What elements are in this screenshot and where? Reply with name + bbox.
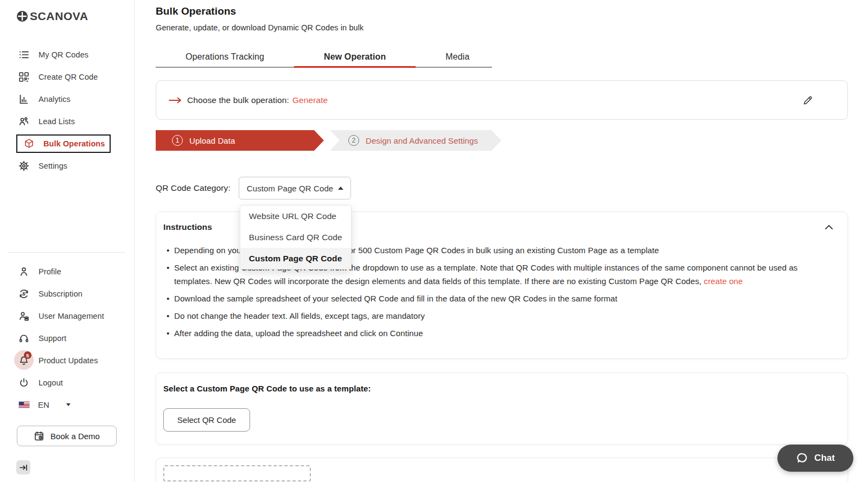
create-one-link[interactable]: create one	[704, 277, 743, 286]
language-label: EN	[38, 400, 49, 409]
template-select-label: Select a Custom Page QR Code to use as a…	[163, 384, 833, 393]
sidebar-item-create-qr-code[interactable]: Create QR Code	[0, 66, 134, 88]
step-design-advanced-settings[interactable]: 2 Design and Advanced Settings	[330, 130, 501, 151]
sidebar-item-label: Create QR Code	[39, 73, 98, 81]
operation-value-link[interactable]: Generate	[292, 95, 328, 105]
instruction-item: Do not change the header text. All field…	[174, 309, 833, 323]
calendar-clock-icon	[34, 430, 44, 441]
qr-category-row: QR Code Category: Custom Page QR Code We…	[156, 177, 848, 200]
sidebar-item-profile[interactable]: Profile	[0, 260, 134, 282]
collapse-chevron-up-icon[interactable]	[825, 224, 833, 230]
secondary-nav: Profile $ Subscription User Management S…	[0, 260, 134, 416]
sidebar-item-label: Profile	[39, 267, 61, 276]
bulk-operation-summary: Choose the bulk operation: Generate	[156, 80, 848, 120]
menu-item-custom-page[interactable]: Custom Page QR Code	[240, 248, 351, 269]
stepper: 1 Upload Data 2 Design and Advanced Sett…	[156, 130, 848, 151]
headset-icon	[18, 333, 29, 344]
people-icon	[18, 116, 29, 127]
sidebar-item-settings[interactable]: Settings	[0, 155, 134, 177]
chat-button[interactable]: Chat	[777, 445, 853, 472]
sidebar-item-label: Logout	[39, 378, 63, 387]
tab-new-operation[interactable]: New Operation	[294, 47, 416, 67]
sidebar-item-label: My QR Codes	[39, 50, 88, 59]
template-select-panel: Select a Custom Page QR Code to use as a…	[156, 372, 848, 445]
instructions-title: Instructions	[163, 222, 212, 232]
person-badge-icon	[18, 311, 29, 322]
sidebar-item-my-qr-codes[interactable]: My QR Codes	[0, 43, 134, 66]
chat-label: Chat	[814, 453, 835, 464]
sidebar-item-support[interactable]: Support	[0, 327, 134, 349]
sidebar-item-label: Lead Lists	[39, 117, 75, 126]
chevron-up-icon	[338, 187, 343, 190]
step-label: Design and Advanced Settings	[366, 136, 478, 145]
qr-category-select[interactable]: Custom Page QR Code	[239, 177, 351, 200]
step-number: 1	[172, 135, 183, 146]
tab-operations-tracking[interactable]: Operations Tracking	[156, 47, 294, 67]
sidebar-item-label: Product Updates	[39, 356, 98, 365]
power-icon	[18, 377, 29, 388]
page-title: Bulk Operations	[156, 5, 848, 17]
sidebar-item-label: Analytics	[39, 95, 71, 104]
qr-category-selected-value: Custom Page QR Code	[247, 184, 333, 193]
book-a-demo-label: Book a Demo	[50, 432, 100, 441]
step-label: Upload Data	[189, 136, 235, 145]
step-number: 2	[348, 135, 359, 146]
red-arrow-icon	[168, 96, 183, 105]
scanova-globe-icon	[16, 10, 28, 22]
chat-bubble-icon	[796, 452, 809, 465]
svg-text:$: $	[22, 291, 25, 297]
sidebar-item-bulk-operations[interactable]: Bulk Operations	[16, 134, 111, 153]
dollar-refresh-icon: $	[18, 288, 29, 299]
sidebar-item-label: Bulk Operations	[43, 139, 105, 148]
qr-category-dropdown-menu: Website URL QR Code Business Card QR Cod…	[240, 205, 352, 269]
instruction-item: Download the sample spreadsheet of your …	[174, 292, 833, 305]
updates-count-badge: 5	[24, 351, 31, 359]
sidebar-item-logout[interactable]: Logout	[0, 371, 134, 394]
page-subtitle: Generate, update, or download Dynamic QR…	[156, 23, 848, 32]
bar-chart-icon	[18, 94, 29, 105]
sidebar-divider	[9, 252, 125, 253]
qr-grid-icon	[18, 72, 29, 82]
sidebar-item-label: Settings	[39, 162, 67, 170]
sidebar-item-lead-lists[interactable]: Lead Lists	[0, 110, 134, 132]
book-a-demo-button[interactable]: Book a Demo	[17, 426, 117, 446]
logo[interactable]: SCANOVA	[0, 10, 134, 23]
step-upload-data[interactable]: 1 Upload Data	[156, 130, 324, 151]
sidebar-item-label: Subscription	[39, 290, 82, 298]
gear-icon	[18, 160, 29, 171]
sidebar-collapse-button[interactable]	[16, 460, 30, 474]
arrow-to-right-icon	[19, 463, 28, 472]
qr-category-select-wrap: Custom Page QR Code Website URL QR Code …	[239, 177, 351, 200]
chevron-down-icon	[66, 403, 71, 406]
sidebar-item-analytics[interactable]: Analytics	[0, 88, 134, 110]
sidebar-spacer	[0, 177, 134, 245]
logo-text: SCANOVA	[30, 10, 88, 23]
cube-icon	[24, 138, 34, 149]
main-content: Bulk Operations Generate, update, or dow…	[135, 0, 868, 482]
primary-nav: My QR Codes Create QR Code Analytics Lea…	[0, 43, 134, 177]
tab-media[interactable]: Media	[416, 47, 499, 67]
menu-item-website-url[interactable]: Website URL QR Code	[240, 205, 351, 227]
sidebar-item-product-updates[interactable]: 5 Product Updates	[0, 349, 134, 371]
select-qr-code-button[interactable]: Select QR Code	[163, 408, 250, 432]
sidebar-item-label: User Management	[39, 312, 104, 320]
instruction-item: After adding the data, upload the spread…	[174, 326, 833, 340]
list-icon	[18, 49, 29, 60]
operation-label: Choose the bulk operation:	[187, 95, 289, 105]
tab-bar: Operations Tracking New Operation Media	[156, 47, 492, 68]
sidebar-item-subscription[interactable]: $ Subscription	[0, 282, 134, 305]
language-selector[interactable]: EN	[0, 394, 134, 416]
sidebar-item-user-management[interactable]: User Management	[0, 305, 134, 327]
edit-pencil-icon[interactable]	[802, 94, 814, 106]
person-icon	[18, 266, 29, 277]
upload-panel-partial	[156, 458, 848, 482]
upload-dropzone[interactable]	[163, 465, 311, 481]
us-flag-icon	[18, 401, 30, 408]
menu-item-business-card[interactable]: Business Card QR Code	[240, 227, 351, 248]
qr-category-label: QR Code Category:	[156, 183, 231, 193]
sidebar-item-label: Support	[39, 334, 67, 343]
sidebar: SCANOVA My QR Codes Create QR Code Analy…	[0, 0, 135, 482]
